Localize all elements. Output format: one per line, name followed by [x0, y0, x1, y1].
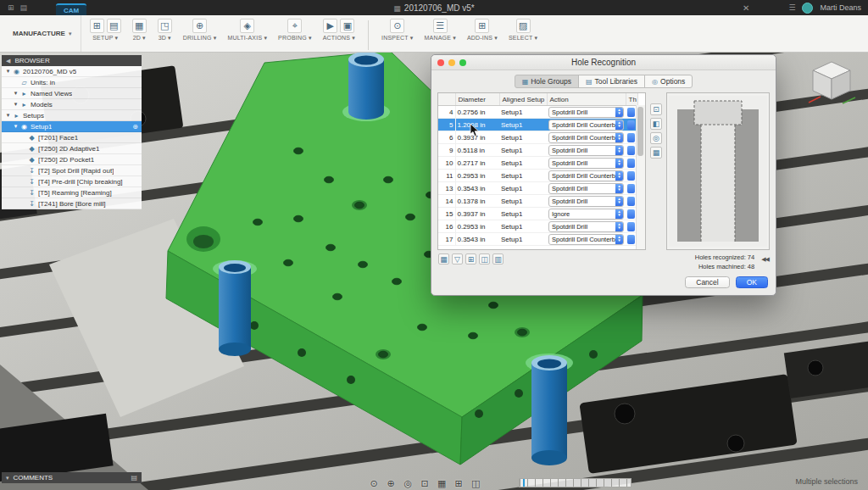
multi-axis-icon[interactable]: ◈: [240, 19, 254, 33]
close-dialog-icon[interactable]: [437, 59, 444, 66]
column-header[interactable]: Aligned Setup: [499, 93, 547, 106]
comment-bubble-icon[interactable]: ▤: [131, 474, 137, 482]
toolbar-group-probing[interactable]: ⌖PROBING ▾: [278, 19, 312, 42]
selected-hole-cylinder-bottom[interactable]: [526, 354, 573, 465]
browser-item-20120706-md-v5[interactable]: ▾◉20120706_MD v5: [2, 66, 142, 77]
toolbar-group-add-ins[interactable]: ⊞ADD-INS ▾: [467, 19, 498, 42]
action-dropdown[interactable]: Spotdrill Drill▲▼: [548, 145, 624, 156]
action-dropdown[interactable]: Spotdrill Drill▲▼: [548, 183, 624, 194]
browser-item--t2-spot-drill-rapid-out-[interactable]: ↧[T2] Spot Drill [Rapid out]: [2, 165, 142, 176]
dialog-titlebar[interactable]: Hole Recognition: [431, 55, 776, 70]
inspect-icon[interactable]: ⊙: [390, 19, 404, 33]
toolbar-group-setup[interactable]: ⊞▤SETUP ▾: [90, 19, 121, 42]
expand-toggle[interactable]: ▾: [4, 112, 12, 119]
hole-row-16[interactable]: 160.2953 inSetup1Spotdrill Drill▲▼: [438, 220, 637, 233]
select-holes-icon[interactable]: ▦: [438, 253, 449, 264]
drilling-icon[interactable]: ⊕: [192, 19, 207, 33]
column-header[interactable]: Diameter: [455, 93, 499, 106]
hole-row-4[interactable]: 40.2756 inSetup1Spotdrill Drill▲▼: [438, 106, 637, 119]
zoom-dialog-icon[interactable]: [459, 59, 466, 66]
dialog-tab-options[interactable]: ◎Options: [644, 75, 693, 88]
thread-dropdown-sliver[interactable]: [627, 146, 635, 155]
action-dropdown[interactable]: Spotdrill Drill Counterbore▲▼: [548, 120, 624, 131]
column-header[interactable]: [438, 93, 455, 106]
fit-view-icon[interactable]: ⊡: [650, 103, 662, 115]
select-icon[interactable]: ▨: [516, 19, 531, 33]
statistics-icon[interactable]: ▥: [492, 253, 504, 264]
manage-icon[interactable]: ☰: [433, 19, 448, 33]
thread-dropdown-sliver[interactable]: [627, 159, 635, 168]
dialog-tab-hole-groups[interactable]: ▦Hole Groups: [515, 75, 579, 88]
milling-2d-icon[interactable]: ▦: [132, 19, 147, 33]
workspace-selector[interactable]: MANUFACTURE▼: [5, 15, 81, 52]
table-scrollbar[interactable]: [636, 105, 645, 249]
hole-row-11[interactable]: 110.2953 inSetup1Spotdrill Drill Counter…: [438, 170, 637, 182]
browser-item-models[interactable]: ▾▸Models: [2, 99, 142, 110]
thread-dropdown-sliver[interactable]: [627, 108, 635, 117]
toolbar-group-manage[interactable]: ☰MANAGE ▾: [425, 19, 456, 42]
viewports-icon[interactable]: ◫: [470, 478, 482, 489]
action-dropdown[interactable]: Ignore▲▼: [548, 209, 624, 220]
milling-3d-icon[interactable]: ◳: [158, 19, 172, 33]
hole-row-17[interactable]: 170.3543 inSetup1Spotdrill Drill Counter…: [438, 233, 637, 246]
expand-toggle[interactable]: ▾: [12, 90, 19, 97]
browser-item-units-in[interactable]: ▱Units: in: [2, 77, 142, 88]
action-dropdown[interactable]: Spotdrill Drill Counterbore▲▼: [548, 170, 624, 181]
browser-item--t250-2d-adaptive1[interactable]: ◆[T250] 2D Adaptive1: [2, 143, 142, 154]
thread-dropdown-sliver[interactable]: [627, 120, 635, 130]
browser-item--t201-face1[interactable]: ◆[T201] Face1: [2, 132, 142, 143]
browser-item-named-views[interactable]: ▾▸Named Views: [2, 88, 142, 99]
add-ins-icon[interactable]: ⊞: [475, 19, 489, 33]
scrollbar-thumb[interactable]: [637, 107, 643, 156]
section-view-icon[interactable]: ◧: [650, 118, 662, 130]
action-dropdown[interactable]: Spotdrill Drill Counterbore▲▼: [548, 132, 624, 143]
merge-icon[interactable]: ⊞: [465, 253, 476, 264]
tab-cam[interactable]: CAM: [56, 3, 86, 15]
action-dropdown[interactable]: Spotdrill Drill▲▼: [548, 221, 624, 232]
setup-badge-icon[interactable]: ⊕: [132, 123, 142, 131]
selected-hole-cylinder-left[interactable]: [213, 260, 257, 356]
browser-item-setups[interactable]: ▾▸Setups: [2, 110, 142, 121]
post-process-icon[interactable]: ▣: [340, 19, 354, 33]
split-icon[interactable]: ◫: [479, 253, 490, 264]
simulate-icon[interactable]: ▶: [323, 19, 337, 33]
toolbar-group-2d[interactable]: ▦2D ▾: [132, 19, 147, 42]
browser-item-setup1[interactable]: ▾◉Setup1⊕: [2, 121, 142, 132]
hole-row-10[interactable]: 100.2717 inSetup1Spotdrill Drill▲▼: [438, 157, 637, 170]
hole-row-5[interactable]: 51.2008 inSetup1Spotdrill Drill Counterb…: [438, 119, 637, 131]
timeline-marker[interactable]: [523, 479, 525, 487]
thread-dropdown-sliver[interactable]: [627, 222, 635, 231]
close-document-icon[interactable]: ✕: [743, 3, 749, 13]
cam-timeline[interactable]: [519, 478, 632, 487]
display-settings-icon[interactable]: ▦: [436, 478, 448, 489]
job-status-icon[interactable]: ☰: [788, 3, 795, 12]
thread-dropdown-sliver[interactable]: [627, 209, 635, 219]
expand-toggle[interactable]: ▾: [4, 68, 12, 75]
hole-row-14[interactable]: 140.1378 inSetup1Spotdrill Drill▲▼: [438, 195, 637, 208]
column-header[interactable]: Th: [626, 93, 637, 106]
hole-table[interactable]: DiameterAligned SetupActionTh 40.2756 in…: [437, 92, 646, 250]
action-dropdown[interactable]: Spotdrill Drill▲▼: [548, 107, 624, 118]
comments-header[interactable]: ▾ COMMENTS ▤: [2, 472, 142, 483]
filter-edit-icon[interactable]: ▽: [452, 253, 463, 264]
hole-row-13[interactable]: 130.3543 inSetup1Spotdrill Drill▲▼: [438, 182, 637, 195]
window-menu-icon[interactable]: ⊞: [8, 3, 14, 12]
toolbar-group-actions[interactable]: ▶▣ACTIONS ▾: [323, 19, 355, 42]
fit-view-icon[interactable]: ⊡: [419, 478, 431, 489]
column-header[interactable]: Action: [547, 93, 626, 106]
zoom-icon[interactable]: ◎: [402, 478, 415, 489]
thread-dropdown-sliver[interactable]: [627, 133, 635, 142]
thread-dropdown-sliver[interactable]: [627, 197, 635, 206]
stock-icon[interactable]: ▤: [107, 19, 121, 33]
expand-comments-icon[interactable]: ▾: [6, 475, 9, 482]
toolbar-group-multi-axis[interactable]: ◈MULTI-AXIS ▾: [227, 19, 267, 42]
minimize-dialog-icon[interactable]: [448, 59, 455, 66]
cancel-button[interactable]: Cancel: [685, 276, 729, 288]
toolbar-group-select[interactable]: ▨SELECT ▾: [509, 19, 537, 42]
dialog-tab-tool-libraries[interactable]: ▤Tool Libraries: [578, 75, 645, 88]
collapse-stats-icon[interactable]: ◀◀: [761, 256, 769, 263]
hole-row-15[interactable]: 150.3937 inSetup1Ignore▲▼: [438, 208, 637, 220]
window-layout-icon[interactable]: ▤: [20, 3, 28, 12]
toolbar-group-inspect[interactable]: ⊙INSPECT ▾: [381, 19, 413, 42]
thread-dropdown-sliver[interactable]: [627, 171, 635, 181]
